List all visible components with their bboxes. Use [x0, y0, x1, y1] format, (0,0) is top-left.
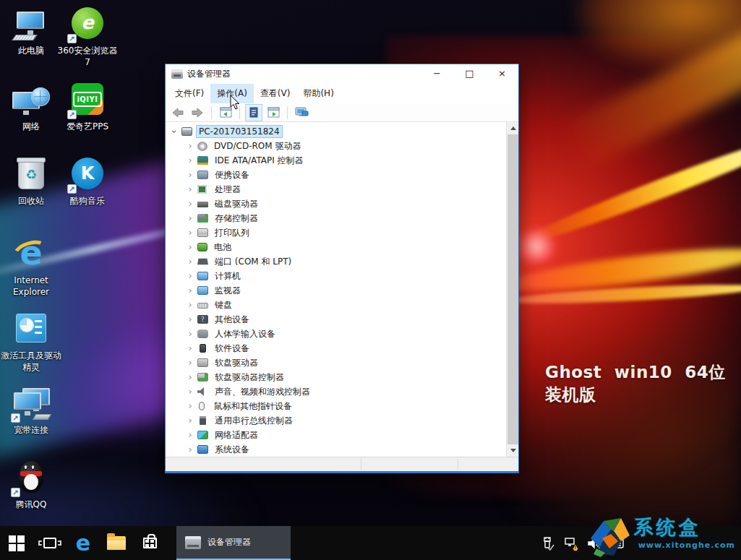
desktop-icon-network[interactable]: 网络: [0, 83, 62, 132]
mouse-cursor: [230, 95, 240, 113]
tree-item-disk[interactable]: ›磁盘驱动器: [166, 197, 506, 211]
taskbar-app-device-manager[interactable]: 设备管理器: [176, 526, 291, 560]
chevron-right-icon[interactable]: ›: [184, 284, 196, 297]
chevron-right-icon[interactable]: ›: [184, 255, 196, 268]
tree-item-network-adapter[interactable]: ›网络适配器: [166, 428, 506, 442]
monitor-icon: [197, 286, 208, 295]
edge-button[interactable]: e: [67, 526, 100, 560]
desktop-icon-qq[interactable]: ↗ 腾讯QQ: [0, 461, 62, 510]
file-explorer-button[interactable]: [100, 526, 133, 560]
chevron-right-icon[interactable]: ›: [184, 371, 196, 384]
forward-icon[interactable]: [189, 105, 205, 121]
chevron-right-icon[interactable]: ›: [184, 385, 196, 398]
tree-item-system-devices[interactable]: ›系统设备: [166, 442, 506, 457]
window-title: 设备管理器: [187, 68, 421, 80]
wallpaper-flame-streak: [498, 241, 741, 299]
chevron-right-icon[interactable]: ›: [184, 154, 196, 167]
recycle-bin-icon: ♻: [12, 158, 50, 192]
usb-safely-remove-icon[interactable]: [540, 535, 556, 551]
tree-item-floppy-drive[interactable]: ›软盘驱动器: [166, 356, 506, 370]
tree-item-processor[interactable]: ›处理器: [166, 182, 506, 197]
wallpaper-flame-streak: [560, 9, 741, 172]
maximize-button[interactable]: □: [453, 64, 486, 83]
tree-root-label: PC-201703151824: [197, 126, 282, 137]
tree-item-monitor[interactable]: ›监视器: [166, 283, 506, 298]
chevron-right-icon[interactable]: ›: [184, 212, 196, 225]
tree-item-battery[interactable]: ›电池: [166, 240, 506, 254]
tree-item-floppy-controller[interactable]: ›软盘驱动器控制器: [166, 370, 506, 384]
back-icon[interactable]: [170, 105, 186, 121]
menu-view[interactable]: 查看(V): [254, 84, 297, 103]
chevron-right-icon[interactable]: ›: [184, 197, 196, 210]
chevron-right-icon[interactable]: ›: [184, 270, 196, 283]
desktop-icon-broadband[interactable]: ↗ 宽带连接: [0, 387, 62, 436]
toolbar-separator: [211, 106, 212, 119]
kugou-icon: K ↗: [69, 158, 106, 192]
tree-item-usb[interactable]: ›通用串行总线控制器: [166, 413, 506, 428]
start-button[interactable]: [0, 526, 33, 560]
scroll-down-icon[interactable]: [507, 444, 518, 457]
task-view-button[interactable]: [33, 526, 67, 560]
chevron-right-icon[interactable]: ›: [184, 313, 196, 326]
minimize-button[interactable]: −: [421, 64, 453, 83]
chevron-right-icon[interactable]: ›: [184, 168, 196, 181]
chevron-right-icon[interactable]: ›: [184, 226, 196, 239]
tree-item-dvd[interactable]: ›DVD/CD-ROM 驱动器: [166, 139, 506, 153]
floppy-drive-icon: [197, 358, 208, 367]
shortcut-arrow-icon: ↗: [67, 110, 77, 119]
tree-item-hid[interactable]: ›人体学输入设备: [166, 327, 506, 341]
scan-hardware-icon[interactable]: [294, 105, 309, 121]
desktop-icon-iqiyi[interactable]: iQIYI ↗ 爱奇艺PPS: [56, 83, 119, 132]
help-icon[interactable]: [265, 105, 281, 121]
chevron-right-icon[interactable]: ›: [184, 241, 196, 254]
system-device-icon: [197, 445, 208, 454]
tree-item-sound[interactable]: ›声音、视频和游戏控制器: [166, 384, 506, 399]
scrollbar-thumb[interactable]: [507, 134, 518, 444]
chevron-right-icon[interactable]: ›: [184, 183, 196, 196]
menu-file[interactable]: 文件(F): [168, 84, 210, 103]
status-separator: [361, 459, 361, 470]
chevron-right-icon[interactable]: ›: [184, 443, 196, 456]
scroll-up-icon[interactable]: [507, 122, 518, 134]
desktop-icon-recycle-bin[interactable]: ♻ 回收站: [0, 158, 62, 207]
desktop-icon-this-pc[interactable]: 此电脑: [0, 7, 62, 56]
tree-item-other-devices[interactable]: ›?其他设备: [166, 312, 506, 327]
desktop-icon-activation-tool[interactable]: 激活工具及驱动精灵: [0, 312, 62, 373]
360-browser-icon: e ↗: [69, 7, 106, 42]
tree-item-software-devices[interactable]: ›软件设备: [166, 341, 506, 356]
tree-item-ide[interactable]: ›IDE ATA/ATAPI 控制器: [166, 153, 506, 168]
tree-item-mouse[interactable]: ›鼠标和其他指针设备: [166, 399, 506, 413]
tree-item-print-queue[interactable]: ›打印队列: [166, 225, 506, 240]
vertical-scrollbar[interactable]: [506, 122, 518, 457]
store-button[interactable]: [133, 526, 166, 560]
chevron-right-icon[interactable]: ›: [184, 342, 196, 355]
computer-root-icon: [181, 127, 192, 136]
menu-help[interactable]: 帮助(H): [296, 84, 340, 103]
shortcut-arrow-icon: ↗: [67, 34, 77, 43]
tree-item-keyboard[interactable]: ›键盘: [166, 298, 506, 312]
chevron-right-icon[interactable]: ›: [184, 139, 196, 152]
close-button[interactable]: ×: [486, 64, 518, 83]
chevron-right-icon[interactable]: ›: [184, 428, 196, 441]
ports-icon: [197, 257, 208, 266]
chevron-right-icon[interactable]: ›: [184, 400, 196, 413]
chevron-expanded-icon[interactable]: ›: [168, 126, 181, 137]
title-bar[interactable]: 设备管理器 − □ ×: [166, 64, 518, 83]
tree-root-row[interactable]: › PC-201703151824: [166, 124, 506, 139]
chevron-right-icon[interactable]: ›: [184, 327, 196, 340]
chevron-right-icon[interactable]: ›: [184, 356, 196, 369]
tree-item-computer[interactable]: ›计算机: [166, 269, 506, 283]
chevron-right-icon[interactable]: ›: [184, 298, 196, 311]
desktop-icon-kugou[interactable]: K ↗ 酷狗音乐: [56, 158, 119, 207]
hid-icon: [197, 329, 208, 338]
desktop-icon-360-browser[interactable]: e ↗ 360安全浏览器7: [56, 7, 119, 68]
desktop-icon-internet-explorer[interactable]: e Internet Explorer: [0, 237, 62, 298]
properties-icon[interactable]: [246, 105, 262, 121]
network-warning-icon[interactable]: [563, 535, 579, 551]
tree-item-storage[interactable]: ›存储控制器: [166, 211, 506, 225]
tree-item-portable[interactable]: ›便携设备: [166, 168, 506, 182]
tree-item-ports[interactable]: ›端口 (COM 和 LPT): [166, 254, 506, 269]
chevron-right-icon[interactable]: ›: [184, 414, 196, 427]
watermark-url: www.xitonghe.com: [634, 540, 740, 551]
storage-controller-icon: [197, 214, 208, 223]
